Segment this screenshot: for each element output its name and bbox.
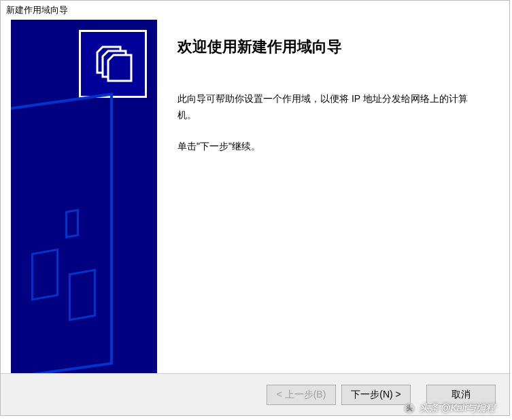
back-button: < 上一步(B)	[267, 385, 336, 405]
wizard-sidebar-image	[11, 20, 157, 373]
wizard-heading: 欢迎使用新建作用域向导	[177, 37, 485, 57]
main-content: 欢迎使用新建作用域向导 此向导可帮助你设置一个作用域，以便将 IP 地址分发给网…	[157, 20, 506, 373]
wizard-window: 新建作用域向导 欢迎使用新建作用域向导 此向导可帮助你设置一个作用域，以便将 I…	[0, 0, 510, 416]
window-title: 新建作用域向导	[6, 5, 68, 15]
folders-icon	[79, 30, 147, 98]
server-slot-graphic	[69, 268, 96, 321]
wizard-instruction: 单击"下一步"继续。	[177, 141, 485, 153]
cancel-button[interactable]: 取消	[426, 385, 496, 405]
server-slot-graphic	[31, 248, 58, 300]
server-slot-graphic	[65, 209, 79, 239]
wizard-description: 此向导可帮助你设置一个作用域，以便将 IP 地址分发给网络上的计算机。	[177, 91, 485, 124]
server-graphic	[11, 92, 113, 373]
title-bar: 新建作用域向导	[1, 1, 509, 20]
next-button[interactable]: 下一步(N) >	[341, 385, 411, 405]
content-area: 欢迎使用新建作用域向导 此向导可帮助你设置一个作用域，以便将 IP 地址分发给网…	[1, 20, 509, 373]
button-bar: < 上一步(B) 下一步(N) > 取消	[1, 373, 509, 415]
